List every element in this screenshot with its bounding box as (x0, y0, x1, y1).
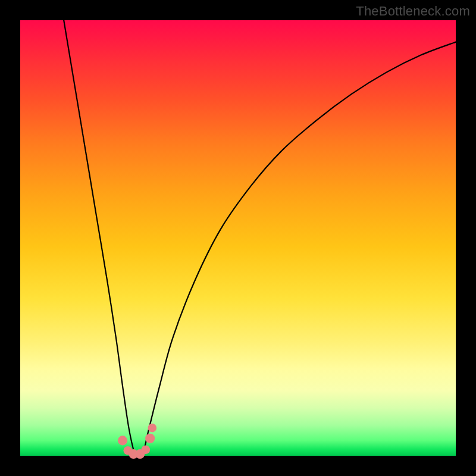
curve-marker (118, 436, 127, 445)
marker-group (118, 424, 156, 459)
curve-marker (142, 445, 151, 454)
curve-marker (148, 424, 156, 433)
plot-area (20, 20, 456, 456)
curve-marker (145, 434, 155, 443)
watermark-text: TheBottleneck.com (356, 4, 470, 19)
bottleneck-curve-svg (20, 20, 456, 456)
chart-frame: TheBottleneck.com (0, 0, 476, 476)
bottleneck-curve (64, 20, 456, 459)
